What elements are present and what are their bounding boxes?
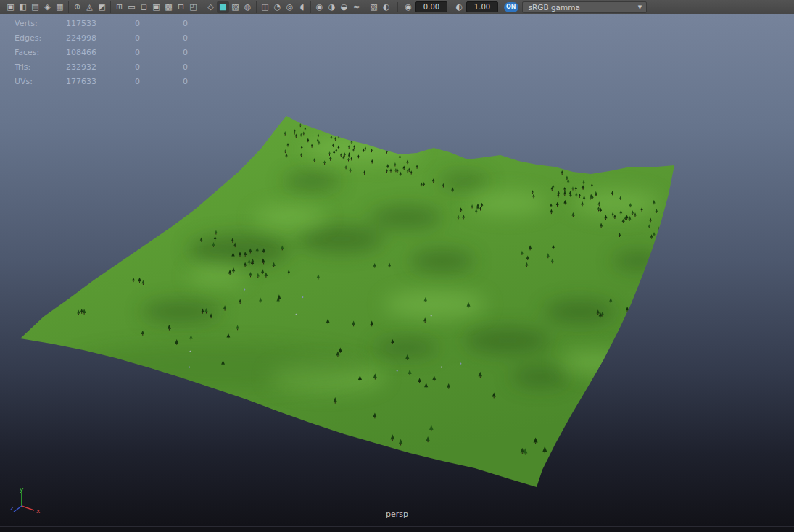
isolate-select-icon[interactable]: ◖ [296,1,308,13]
hud-total: 108466 [57,48,96,57]
safe-action-icon[interactable]: ⊡ [175,1,187,13]
hud-col3: 0 [140,77,188,86]
hud-label: Tris: [15,62,57,72]
toolbar-group-display-overrides: ◫◔◎◖ [256,1,310,13]
hud-poly-count: Verts: 117533 0 0 Edges: 224998 0 0 Face… [15,17,188,88]
use-default-material-icon[interactable]: ◍ [241,1,254,13]
camera-name-label: persp [0,510,794,519]
film-gate-icon[interactable]: ▭ [125,1,138,13]
select-camera-icon[interactable]: ▣ [4,1,17,13]
xray-icon[interactable]: ◔ [271,1,284,13]
hud-label: Verts: [15,19,57,28]
multisample-aa-icon[interactable]: ▧ [368,1,380,13]
toolbar-group-lighting-effects: ◉◑◒≈ [310,1,365,13]
depth-of-field-icon[interactable]: ◐ [380,1,392,13]
colorspace-on-toggle[interactable]: ON [504,2,518,12]
hud-label: Edges: [15,33,57,43]
hud-col2: 0 [96,48,140,57]
panel-toolbar: ▣◧▤◈▦⊕◬◩⊞▭◻▣▩⊡◰◇■▨◍◫◔◎◖◉◑◒≈▧◐ ◉ 0.00 ◐ 1… [0,0,794,14]
hud-col3: 0 [140,19,188,28]
toolbar-group-view-tools: ⊕◬◩ [68,1,110,13]
hud-total: 224998 [57,33,96,43]
toolbar-group-shading-modes: ◇■▨◍ [202,1,256,13]
pan-zoom-2d-icon[interactable]: ⊕ [71,1,83,13]
axis-y-label: y [20,486,24,493]
resolution-gate-icon[interactable]: ◻ [138,1,150,13]
hud-col2: 0 [96,19,140,28]
maya-viewport-panel: ▣◧▤◈▦⊕◬◩⊞▭◻▣▩⊡◰◇■▨◍◫◔◎◖◉◑◒≈▧◐ ◉ 0.00 ◐ 1… [0,0,794,532]
hud-row-edges: Edges: 224998 0 0 [15,31,188,46]
hud-label: Faces: [15,48,57,57]
hud-col3: 0 [140,62,188,72]
bookmarks-icon[interactable]: ◈ [41,1,54,13]
chevron-down-icon[interactable]: ▼ [634,2,646,12]
hud-col3: 0 [140,48,188,57]
field-chart-icon[interactable]: ▩ [162,1,175,13]
hud-col3: 0 [140,33,188,43]
gamma-field[interactable]: 1.00 [466,1,498,12]
hud-col2: 0 [96,62,140,72]
lock-camera-icon[interactable]: ◧ [17,1,29,13]
hud-row-verts: Verts: 117533 0 0 [15,17,188,31]
textured-icon[interactable]: ▨ [229,1,241,13]
hud-label: UVs: [15,77,57,86]
scene-terrain [0,14,794,526]
xray-joints-icon[interactable]: ◎ [284,1,296,13]
colorspace-dropdown[interactable]: sRGB gamma ▼ [522,1,647,13]
exposure-field[interactable]: 0.00 [415,1,447,12]
hud-total: 232932 [57,62,96,72]
camera-attributes-icon[interactable]: ▤ [29,1,41,13]
snapshot-icon[interactable]: ◩ [96,1,108,13]
hud-total: 177633 [57,77,96,86]
use-all-lights-icon[interactable]: ◉ [313,1,326,13]
panel-edge [0,526,794,532]
hud-row-tris: Tris: 232932 0 0 [15,59,188,74]
screen-space-ao-icon[interactable]: ◒ [338,1,350,13]
toolbar-icon-groups: ▣◧▤◈▦⊕◬◩⊞▭◻▣▩⊡◰◇■▨◍◫◔◎◖◉◑◒≈▧◐ [2,0,394,14]
gate-mask-icon[interactable]: ▣ [150,1,162,13]
hud-row-uvs: UVs: 177633 0 0 [15,74,188,88]
toolbar-group-quality: ▧◐ [365,1,394,13]
wireframe-icon[interactable]: ◇ [204,1,217,13]
shadows-icon[interactable]: ◑ [326,1,338,13]
hud-col2: 0 [96,77,140,86]
hud-col2: 0 [96,33,140,43]
grease-pencil-icon[interactable]: ◬ [83,1,96,13]
hud-row-faces: Faces: 108466 0 0 [15,46,188,60]
image-plane-icon[interactable]: ▦ [54,1,66,13]
gamma-icon[interactable]: ◐ [453,1,465,13]
wireframe-on-shaded-icon[interactable]: ◫ [259,1,271,13]
toolbar-group-gates: ⊞▭◻▣▩⊡◰ [110,1,202,13]
colorspace-value: sRGB gamma [523,3,634,12]
smooth-shade-all-icon[interactable]: ■ [217,1,229,13]
hud-total: 117533 [57,19,96,28]
motion-blur-icon[interactable]: ≈ [350,1,363,13]
viewport-3d[interactable]: Verts: 117533 0 0 Edges: 224998 0 0 Face… [0,14,794,526]
safe-title-icon[interactable]: ◰ [187,1,199,13]
grid-icon[interactable]: ⊞ [113,1,125,13]
toolbar-group-camera-tools: ▣◧▤◈▦ [2,1,68,13]
exposure-icon[interactable]: ◉ [402,1,414,13]
toolbar-separator [397,2,398,12]
